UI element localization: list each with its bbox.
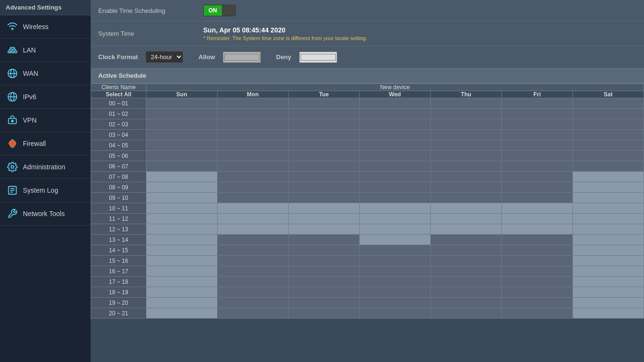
day-cell[interactable] bbox=[359, 130, 430, 140]
day-cell[interactable] bbox=[146, 193, 217, 203]
day-cell[interactable] bbox=[146, 161, 217, 172]
day-cell[interactable] bbox=[146, 98, 217, 109]
day-cell[interactable] bbox=[572, 109, 644, 119]
day-cell[interactable] bbox=[430, 151, 501, 161]
day-cell[interactable] bbox=[430, 235, 501, 245]
day-cell[interactable] bbox=[146, 308, 217, 319]
day-cell[interactable] bbox=[359, 266, 430, 277]
day-cell[interactable] bbox=[501, 214, 572, 224]
day-cell[interactable] bbox=[288, 193, 359, 203]
day-cell[interactable] bbox=[359, 193, 430, 203]
day-cell[interactable] bbox=[146, 109, 217, 119]
day-cell[interactable] bbox=[359, 214, 430, 224]
day-cell[interactable] bbox=[217, 182, 288, 193]
day-cell[interactable] bbox=[288, 119, 359, 130]
day-cell[interactable] bbox=[288, 130, 359, 140]
day-cell[interactable] bbox=[288, 109, 359, 119]
day-cell[interactable] bbox=[572, 256, 644, 266]
day-cell[interactable] bbox=[288, 224, 359, 235]
day-cell[interactable] bbox=[359, 235, 430, 245]
day-cell[interactable] bbox=[501, 98, 572, 109]
day-cell[interactable] bbox=[146, 140, 217, 151]
day-cell[interactable] bbox=[217, 277, 288, 287]
day-cell[interactable] bbox=[572, 161, 644, 172]
day-cell[interactable] bbox=[501, 140, 572, 151]
day-cell[interactable] bbox=[217, 235, 288, 245]
sidebar-item-ipv6[interactable]: IPv6 bbox=[0, 85, 91, 109]
day-cell[interactable] bbox=[501, 245, 572, 256]
day-cell[interactable] bbox=[572, 245, 644, 256]
day-cell[interactable] bbox=[430, 182, 501, 193]
day-cell[interactable] bbox=[572, 214, 644, 224]
day-cell[interactable] bbox=[288, 287, 359, 298]
day-cell[interactable] bbox=[146, 182, 217, 193]
select-all-header[interactable]: Select All bbox=[91, 91, 146, 98]
day-cell[interactable] bbox=[288, 245, 359, 256]
day-cell[interactable] bbox=[217, 287, 288, 298]
day-cell[interactable] bbox=[501, 193, 572, 203]
day-cell[interactable] bbox=[572, 235, 644, 245]
day-cell[interactable] bbox=[146, 287, 217, 298]
day-cell[interactable] bbox=[430, 98, 501, 109]
day-cell[interactable] bbox=[288, 256, 359, 266]
day-cell[interactable] bbox=[430, 245, 501, 256]
day-cell[interactable] bbox=[430, 172, 501, 182]
day-cell[interactable] bbox=[359, 161, 430, 172]
allow-color-input[interactable] bbox=[223, 52, 261, 63]
day-cell[interactable] bbox=[359, 172, 430, 182]
day-cell[interactable] bbox=[430, 298, 501, 308]
day-cell[interactable] bbox=[359, 182, 430, 193]
day-cell[interactable] bbox=[572, 298, 644, 308]
day-cell[interactable] bbox=[288, 266, 359, 277]
day-cell[interactable] bbox=[288, 182, 359, 193]
day-cell[interactable] bbox=[501, 224, 572, 235]
day-cell[interactable] bbox=[572, 130, 644, 140]
day-cell[interactable] bbox=[572, 98, 644, 109]
day-cell[interactable] bbox=[359, 298, 430, 308]
enable-toggle[interactable]: ON bbox=[203, 5, 236, 16]
day-cell[interactable] bbox=[146, 203, 217, 214]
day-cell[interactable] bbox=[359, 151, 430, 161]
sidebar-item-administration[interactable]: Administration bbox=[0, 155, 91, 179]
day-cell[interactable] bbox=[359, 98, 430, 109]
day-cell[interactable] bbox=[572, 172, 644, 182]
day-cell[interactable] bbox=[430, 109, 501, 119]
day-cell[interactable] bbox=[217, 109, 288, 119]
day-cell[interactable] bbox=[501, 161, 572, 172]
day-cell[interactable] bbox=[359, 277, 430, 287]
day-cell[interactable] bbox=[217, 130, 288, 140]
day-cell[interactable] bbox=[217, 245, 288, 256]
day-cell[interactable] bbox=[572, 193, 644, 203]
sidebar-item-systemlog[interactable]: System Log bbox=[0, 179, 91, 202]
day-cell[interactable] bbox=[146, 224, 217, 235]
day-cell[interactable] bbox=[501, 130, 572, 140]
day-cell[interactable] bbox=[146, 266, 217, 277]
sidebar-item-networktools[interactable]: Network Tools bbox=[0, 202, 91, 226]
day-cell[interactable] bbox=[217, 140, 288, 151]
toggle-off-state[interactable] bbox=[222, 5, 235, 16]
day-cell[interactable] bbox=[501, 256, 572, 266]
day-cell[interactable] bbox=[501, 235, 572, 245]
day-cell[interactable] bbox=[288, 298, 359, 308]
toggle-on-state[interactable]: ON bbox=[204, 5, 222, 16]
day-cell[interactable] bbox=[430, 266, 501, 277]
day-cell[interactable] bbox=[430, 224, 501, 235]
day-cell[interactable] bbox=[430, 130, 501, 140]
day-cell[interactable] bbox=[288, 214, 359, 224]
day-cell[interactable] bbox=[217, 151, 288, 161]
day-cell[interactable] bbox=[217, 98, 288, 109]
day-cell[interactable] bbox=[146, 277, 217, 287]
day-cell[interactable] bbox=[430, 308, 501, 319]
day-cell[interactable] bbox=[501, 151, 572, 161]
day-cell[interactable] bbox=[288, 308, 359, 319]
day-cell[interactable] bbox=[501, 277, 572, 287]
day-cell[interactable] bbox=[572, 287, 644, 298]
day-cell[interactable] bbox=[288, 172, 359, 182]
day-cell[interactable] bbox=[501, 266, 572, 277]
day-cell[interactable] bbox=[501, 182, 572, 193]
day-cell[interactable] bbox=[217, 266, 288, 277]
sidebar-item-firewall[interactable]: Firewall bbox=[0, 132, 91, 155]
day-cell[interactable] bbox=[501, 109, 572, 119]
day-cell[interactable] bbox=[359, 203, 430, 214]
day-cell[interactable] bbox=[217, 298, 288, 308]
